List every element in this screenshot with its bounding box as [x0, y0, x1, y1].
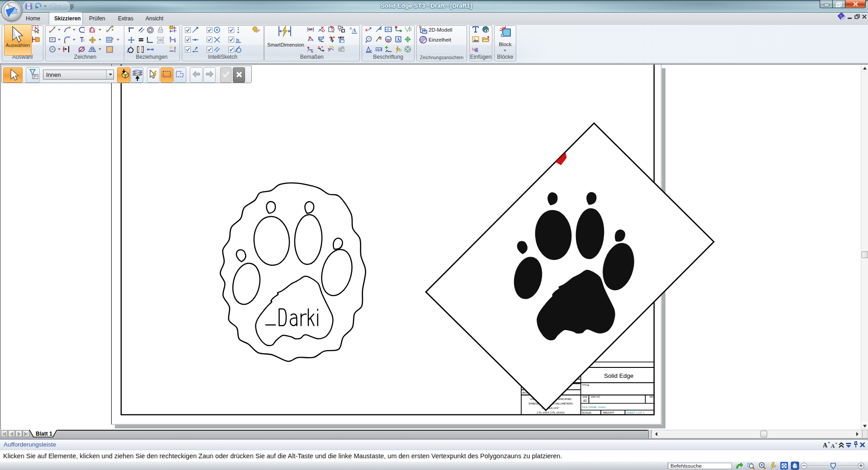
svg-text:A: A — [823, 442, 828, 449]
svg-text:2 PL ±XXX 3 PL ±XXXX: 2 PL ±XXX 3 PL ±XXXX — [537, 411, 565, 414]
svg-text:A: A — [387, 28, 390, 32]
svg-text:A: A — [396, 37, 400, 42]
svg-text:a: a — [365, 27, 368, 32]
svg-text:A: A — [352, 27, 356, 33]
svg-text:Solid Edge: Solid Edge — [604, 372, 633, 379]
svg-text:A1: A1 — [387, 40, 390, 42]
svg-text:A: A — [831, 443, 835, 449]
svg-text:TITLE: TITLE — [582, 384, 589, 386]
svg-text:REV: REV — [650, 396, 655, 398]
svg-text:ß: ß — [475, 47, 478, 53]
svg-text:SHEET 1 OF 1: SHEET 1 OF 1 — [627, 411, 645, 414]
svg-text:SIZE: SIZE — [583, 396, 588, 398]
svg-text:WEIGHT:: WEIGHT: — [603, 411, 615, 414]
svg-text:SCALE:: SCALE: — [582, 411, 592, 414]
svg-text:?: ? — [368, 37, 370, 41]
svg-text:Blatt 1: Blatt 1 — [36, 431, 52, 437]
svg-text:FILE NAME: Draft1: FILE NAME: Draft1 — [582, 405, 606, 409]
svg-text:A2: A2 — [583, 399, 587, 402]
svg-text:DWG NO: DWG NO — [591, 396, 600, 398]
